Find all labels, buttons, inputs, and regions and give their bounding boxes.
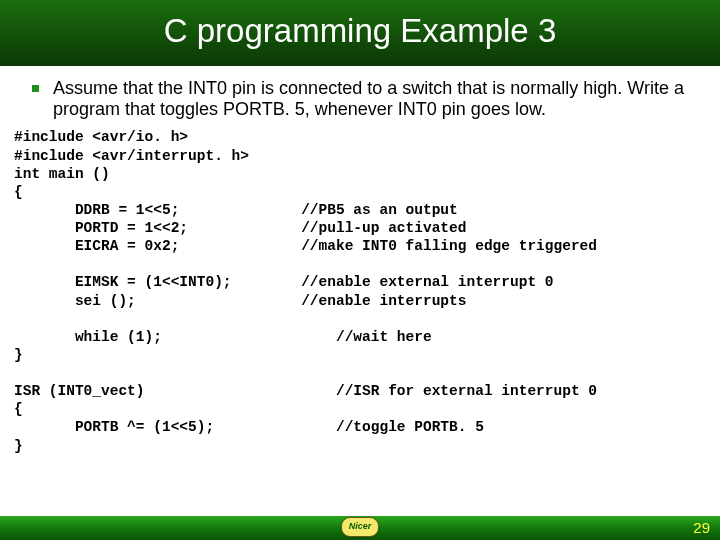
page-number: 29 [693,519,710,536]
page-title: C programming Example 3 [0,12,720,50]
code-block: #include <avr/io. h> #include <avr/inter… [14,128,702,454]
slide-body: Assume that the INT0 pin is connected to… [0,66,720,455]
footer-logo: Nicer [341,517,379,537]
bullet-text: Assume that the INT0 pin is connected to… [53,78,702,120]
footer-bar: Nicer 29 [0,516,720,540]
bullet-row: Assume that the INT0 pin is connected to… [32,78,702,120]
bullet-square-icon [32,85,39,92]
header-banner: C programming Example 3 [0,0,720,66]
